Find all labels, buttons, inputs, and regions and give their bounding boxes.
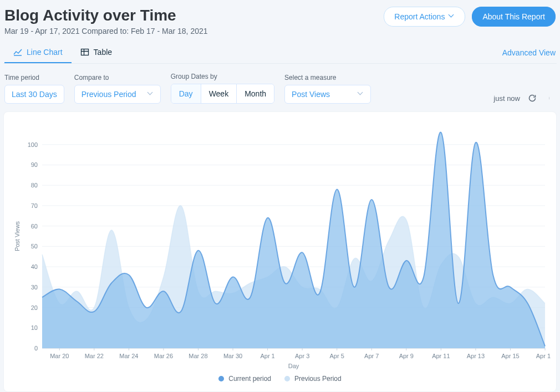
svg-text:Apr 5: Apr 5	[330, 353, 344, 359]
svg-text:Apr 7: Apr 7	[364, 353, 379, 359]
area-chart: 0102030405060708090100Post ViewsDayMar 2…	[12, 119, 551, 370]
legend-previous: Previous Period	[284, 375, 342, 383]
svg-rect-0	[81, 49, 88, 55]
legend-swatch-current	[218, 376, 224, 381]
legend-current: Current period	[218, 375, 271, 383]
svg-text:Mar 28: Mar 28	[189, 353, 207, 359]
svg-text:70: 70	[31, 202, 38, 209]
svg-text:60: 60	[31, 223, 38, 230]
svg-text:Apr 13: Apr 13	[467, 353, 485, 359]
chart-card: 0102030405060708090100Post ViewsDayMar 2…	[3, 111, 557, 392]
line-chart-icon	[13, 48, 22, 57]
svg-text:90: 90	[31, 161, 38, 168]
measure-select[interactable]: Post Views	[284, 85, 371, 104]
refresh-button[interactable]	[527, 93, 538, 104]
tab-line-chart-label: Line Chart	[27, 48, 63, 57]
about-report-button[interactable]: About This Report	[472, 7, 556, 27]
svg-text:Mar 30: Mar 30	[223, 353, 242, 359]
group-dates-label: Group Dates by	[171, 73, 274, 80]
svg-text:80: 80	[31, 182, 38, 189]
tab-line-chart[interactable]: Line Chart	[4, 42, 72, 63]
svg-text:Apr 9: Apr 9	[399, 353, 414, 359]
svg-text:Mar 22: Mar 22	[85, 353, 104, 359]
more-options-button[interactable]	[544, 93, 556, 104]
svg-text:Day: Day	[288, 363, 299, 369]
chevron-down-icon	[449, 14, 455, 19]
svg-text:Apr 15: Apr 15	[501, 353, 519, 359]
report-actions-label: Report Actions	[394, 12, 445, 21]
svg-text:0: 0	[34, 345, 38, 352]
time-period-value: Last 30 Days	[12, 90, 57, 99]
svg-point-1	[549, 97, 549, 98]
svg-point-3	[549, 99, 549, 99]
measure-label: Select a measure	[284, 74, 371, 82]
svg-text:Apr 3: Apr 3	[295, 353, 309, 359]
measure-value: Post Views	[292, 90, 330, 99]
group-dates-segmented: Day Week Month	[171, 84, 274, 104]
svg-text:Mar 24: Mar 24	[119, 353, 138, 359]
compare-to-value: Previous Period	[82, 90, 136, 99]
date-range-subtitle: Mar 19 - Apr 17, 2021 Compared to: Feb 1…	[4, 27, 208, 35]
page-title: Blog Activity over Time	[4, 7, 208, 24]
time-period-label: Time period	[4, 74, 64, 82]
time-period-select[interactable]: Last 30 Days	[4, 85, 64, 104]
about-report-label: About This Report	[482, 12, 545, 21]
tab-table-label: Table	[94, 48, 112, 57]
group-month-button[interactable]: Month	[236, 84, 274, 103]
svg-text:Mar 20: Mar 20	[50, 353, 69, 359]
svg-text:20: 20	[31, 304, 38, 311]
compare-to-select[interactable]: Previous Period	[74, 85, 161, 104]
svg-text:30: 30	[31, 284, 38, 291]
legend-previous-label: Previous Period	[294, 375, 342, 383]
svg-point-2	[549, 98, 549, 99]
svg-text:100: 100	[28, 141, 38, 148]
legend-swatch-previous	[284, 376, 290, 381]
last-updated-text: just now	[493, 94, 520, 103]
compare-to-label: Compare to	[74, 74, 161, 82]
table-icon	[80, 48, 89, 57]
group-week-button[interactable]: Week	[201, 84, 237, 103]
svg-text:Apr 11: Apr 11	[432, 353, 450, 359]
svg-text:40: 40	[31, 263, 38, 270]
tab-table[interactable]: Table	[72, 42, 121, 63]
svg-text:Apr 17: Apr 17	[536, 353, 551, 359]
svg-text:50: 50	[31, 243, 38, 250]
chevron-down-icon	[148, 91, 154, 97]
svg-text:Mar 26: Mar 26	[154, 353, 173, 359]
svg-text:Post Views: Post Views	[14, 221, 21, 251]
svg-text:10: 10	[31, 324, 38, 331]
report-actions-button[interactable]: Report Actions	[384, 7, 465, 27]
svg-text:Apr 1: Apr 1	[260, 353, 274, 359]
legend-current-label: Current period	[228, 375, 271, 383]
group-day-button[interactable]: Day	[171, 84, 201, 103]
chevron-down-icon	[358, 91, 364, 97]
advanced-view-link[interactable]: Advanced View	[502, 43, 556, 63]
